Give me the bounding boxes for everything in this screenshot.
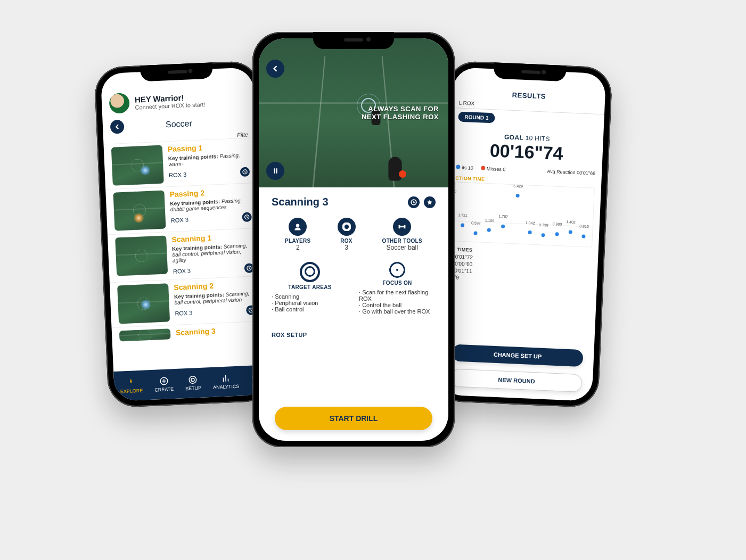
chart-point-label: 0.739: [539, 223, 548, 227]
category-title: Soccer: [135, 118, 224, 131]
list-item: Control the ball: [359, 302, 436, 308]
dumbbell-icon: [398, 223, 406, 231]
drill-thumbnail: [119, 328, 171, 341]
bottom-nav: EXPLORE CREATE SETUP ANALYTICS MO: [113, 365, 267, 401]
video-preview[interactable]: ALWAYS SCAN FOR NEXT FLASHING ROX: [259, 38, 448, 187]
rox-value: 3: [189, 309, 193, 316]
rox-value: 3: [183, 171, 187, 178]
nav-explore[interactable]: EXPLORE: [120, 377, 143, 394]
phone-notch: [313, 32, 394, 49]
rox-value: 3: [185, 217, 188, 223]
chart-point: [487, 228, 491, 232]
drill-thumbnail: [115, 235, 168, 276]
chart-point-label: 6.429: [513, 184, 523, 188]
rox-label: ROX: [171, 217, 184, 224]
list-item: Scan for the next flashing ROX: [359, 289, 436, 302]
rox-icon: [342, 223, 351, 231]
rox-setup-label: ROX SETUP: [272, 332, 436, 338]
phone-notch: [494, 62, 567, 81]
drill-title: Passing 2: [169, 186, 251, 199]
avatar[interactable]: [109, 93, 130, 114]
list-item: Ball control: [272, 306, 348, 312]
clock-icon: [240, 167, 250, 177]
drill-title: Scanning 2: [174, 279, 255, 292]
nav-setup[interactable]: SETUP: [185, 375, 201, 391]
change-setup-button[interactable]: CHANGE SET UP: [452, 344, 583, 367]
nav-analytics[interactable]: ANALYTICS: [212, 373, 240, 390]
svg-point-11: [296, 224, 299, 227]
chart-point: [473, 231, 477, 235]
drill-list: Passing 1 Key training points: Passing, …: [103, 137, 265, 372]
rox-label: ROX: [175, 310, 187, 317]
favorite-button[interactable]: [424, 196, 436, 208]
video-overlay-text: ALWAYS SCAN FOR NEXT FLASHING ROX: [362, 105, 439, 121]
phone-notch: [140, 62, 214, 81]
drill-card[interactable]: Scanning 2 Key training points: Scanning…: [110, 276, 264, 327]
history-button[interactable]: [408, 196, 420, 208]
svg-rect-15: [400, 226, 404, 227]
svg-rect-14: [404, 225, 406, 228]
target-areas: TARGET AREAS Scanning Peripheral vision …: [272, 262, 348, 315]
chart-point-label: 1.042: [526, 220, 535, 225]
chart-point-label: 0.598: [471, 221, 481, 225]
chart-point-label: 1.721: [458, 213, 468, 217]
chart-point: [569, 230, 572, 234]
nav-label: CREATE: [154, 386, 174, 393]
chart-point: [582, 234, 586, 238]
drill-card[interactable]: Passing 1 Key training points: Passing, …: [103, 137, 257, 189]
nav-create[interactable]: CREATE: [154, 376, 174, 393]
round-pill[interactable]: ROUND 1: [458, 112, 495, 123]
start-drill-button[interactable]: START DRILL: [275, 407, 432, 430]
player-figure: [388, 157, 401, 181]
stat-players: PLAYERS 2: [285, 218, 310, 251]
drill-title: Passing 1: [168, 142, 249, 154]
new-round-button[interactable]: NEW ROUND: [450, 368, 582, 392]
phone-left: HEY Warrior! Connect your ROX to start! …: [94, 61, 274, 408]
drill-card[interactable]: Scanning 1 Key training points: Scanning…: [108, 228, 262, 282]
phone-center: ALWAYS SCAN FOR NEXT FLASHING ROX Scanni…: [252, 32, 455, 447]
phone-right: RESULTS L ROX ROUND 1 GOAL 10 HITS 00'16…: [433, 61, 613, 408]
stat-rox: ROX 3: [338, 218, 356, 251]
drill-card[interactable]: Passing 2 Key training points: Passing, …: [105, 183, 259, 234]
svg-point-6: [189, 376, 196, 383]
chart-point-label: 1.782: [498, 215, 508, 219]
svg-rect-13: [399, 225, 400, 228]
chart-point: [461, 223, 464, 227]
clock-icon: [242, 212, 252, 222]
pause-icon: [272, 168, 278, 174]
rox-label: ROX: [169, 171, 182, 178]
back-button[interactable]: [266, 60, 284, 78]
nav-label: EXPLORE: [120, 388, 143, 394]
chart-point: [555, 232, 559, 236]
drill-title: Scanning 3: [272, 196, 329, 208]
plus-circle-icon: [159, 376, 169, 386]
nav-label: ANALYTICS: [213, 384, 240, 390]
list-item: Go with ball over the ROX: [359, 308, 436, 315]
list-item: Peripheral vision: [272, 300, 348, 306]
back-button[interactable]: [110, 120, 125, 134]
drill-thumbnail: [111, 145, 164, 186]
gear-icon: [188, 375, 198, 385]
chart-point: [501, 225, 505, 228]
rox-value: 3: [187, 268, 191, 274]
focus-icon: [389, 262, 405, 278]
stat-tools: OTHER TOOLS Soccer ball: [382, 218, 422, 251]
drill-title: Scanning 3: [176, 325, 257, 337]
user-icon: [293, 223, 302, 231]
chart-point-label: 0.813: [579, 225, 589, 229]
compass-icon: [126, 377, 136, 388]
star-icon: [427, 199, 433, 205]
chart-point-label: 0.980: [553, 222, 562, 226]
clock-icon: [411, 199, 417, 205]
chart-point-label: 1.402: [566, 220, 576, 224]
bars-icon: [221, 373, 231, 383]
target-icon: [300, 262, 320, 282]
svg-point-12: [343, 224, 350, 230]
reaction-chart: 0 0 0 1.7210.5981.1091.7826.4291.0420.73…: [453, 182, 595, 247]
pause-button[interactable]: [266, 162, 284, 180]
focus-on: FOCUS ON Scan for the next flashing ROX …: [359, 262, 436, 315]
goal-summary: GOAL 10 HITS 00'16"74: [450, 131, 603, 166]
svg-point-5: [191, 378, 194, 381]
list-item: Scanning: [272, 293, 348, 300]
chart-point-label: 1.109: [485, 218, 495, 223]
